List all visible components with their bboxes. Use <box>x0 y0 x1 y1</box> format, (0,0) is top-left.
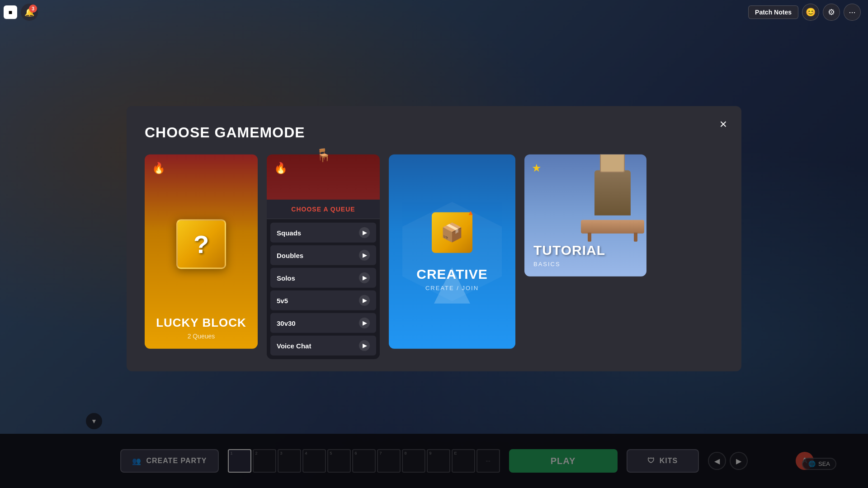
creative-subtitle: CREATE / JOIN <box>425 284 479 291</box>
creative-card[interactable]: 📦 CREATIVE CREATE / JOIN <box>389 155 515 349</box>
solos-arrow-icon: ▶ <box>359 272 370 283</box>
30v30-arrow-icon: ▶ <box>359 318 370 328</box>
furniture-icon: 🪑 <box>316 148 331 163</box>
queue-item-doubles-label: Doubles <box>277 251 303 259</box>
close-icon: × <box>720 117 727 131</box>
creative-title: CREATIVE <box>416 266 487 282</box>
tutorial-subtitle: BASICS <box>533 261 561 267</box>
queue-card-wrapper: 🔥 🪑 CHOOSE A QUEUE Squads ▶ Doubles ▶ <box>267 155 380 349</box>
tutorial-card[interactable]: ★ TUTORIAL BASICS <box>524 155 646 277</box>
tutorial-title: TUTORIAL <box>533 243 605 258</box>
star-icon: ★ <box>532 162 542 174</box>
close-button[interactable]: × <box>714 115 732 133</box>
creative-box-icon: 📦 <box>432 212 472 253</box>
modal-title: CHOOSE GAMEMODE <box>145 124 723 141</box>
settings-button[interactable]: ⚙ <box>823 4 840 21</box>
patch-notes-button[interactable]: Patch Notes <box>748 5 798 19</box>
queue-title: CHOOSE A QUEUE <box>291 206 355 213</box>
lucky-block-question-mark: ? <box>193 230 209 259</box>
squads-arrow-icon: ▶ <box>359 227 370 238</box>
queue-fire-icon: 🔥 <box>274 162 288 174</box>
queue-items-list: Squads ▶ Doubles ▶ Solos ▶ 5v5 ▶ <box>267 219 380 359</box>
queue-card-header: 🔥 🪑 <box>267 155 380 200</box>
top-bar: Patch Notes 😊 ⚙ ··· <box>741 0 868 24</box>
emoji-icon: 😊 <box>806 7 816 17</box>
queue-item-squads-label: Squads <box>277 229 301 236</box>
top-left-area: ■ 🔔 3 <box>4 4 38 21</box>
queue-item-solos-label: Solos <box>277 274 295 282</box>
more-icon: ··· <box>849 8 855 17</box>
queue-item-squads[interactable]: Squads ▶ <box>270 223 376 243</box>
notification-badge: 3 <box>29 5 37 13</box>
lucky-block-fire-icon: 🔥 <box>152 162 165 174</box>
more-options-button[interactable]: ··· <box>844 4 861 21</box>
notifications-button[interactable]: 🔔 3 <box>21 4 38 21</box>
settings-icon: ⚙ <box>828 7 835 17</box>
queue-item-5v5-label: 5v5 <box>277 296 288 304</box>
lucky-block-subtitle: 2 Queues <box>188 333 215 340</box>
voice-chat-arrow-icon: ▶ <box>359 340 370 351</box>
queue-item-doubles[interactable]: Doubles ▶ <box>270 245 376 265</box>
queue-item-5v5[interactable]: 5v5 ▶ <box>270 291 376 310</box>
queue-item-30v30[interactable]: 30v30 ▶ <box>270 313 376 333</box>
creative-box-emoji: 📦 <box>441 222 463 243</box>
queue-card-body: CHOOSE A QUEUE Squads ▶ Doubles ▶ Solos … <box>267 200 380 359</box>
emoji-button[interactable]: 😊 <box>802 4 819 21</box>
lucky-block-title: LUCKY BLOCK <box>156 316 246 330</box>
lucky-block-card[interactable]: 🔥 ? LUCKY BLOCK 2 Queues <box>145 155 258 349</box>
5v5-arrow-icon: ▶ <box>359 295 370 306</box>
gamemodes-container: 🔥 ? LUCKY BLOCK 2 Queues 🔥 🪑 CHOOSE A QU… <box>145 155 723 349</box>
queue-title-bar: CHOOSE A QUEUE <box>267 200 380 219</box>
choose-gamemode-modal: × CHOOSE GAMEMODE 🔥 ? LUCKY BLOCK 2 Queu… <box>127 106 741 371</box>
tutorial-character <box>583 161 642 234</box>
doubles-arrow-icon: ▶ <box>359 250 370 261</box>
queue-item-voice-chat[interactable]: Voice Chat ▶ <box>270 336 376 356</box>
roblox-logo-icon[interactable]: ■ <box>4 5 17 19</box>
queue-item-30v30-label: 30v30 <box>277 319 296 327</box>
queue-item-solos[interactable]: Solos ▶ <box>270 268 376 288</box>
queue-item-voice-chat-label: Voice Chat <box>277 342 311 349</box>
